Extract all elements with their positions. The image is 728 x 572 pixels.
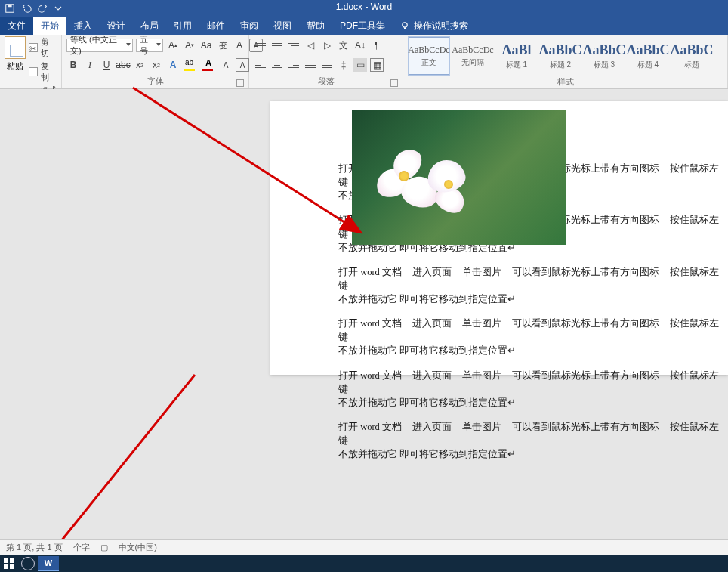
italic-button[interactable]: I [83, 58, 97, 72]
paragraph-launcher-icon[interactable] [390, 79, 398, 87]
svg-rect-9 [10, 564, 14, 569]
char-border-button[interactable]: A [236, 58, 249, 72]
cortana-button[interactable] [21, 557, 35, 570]
doc-paragraph[interactable]: 打开 word 文档进入页面单击图片可以看到鼠标光标上带有方向图标按住鼠标左键不… [338, 265, 720, 306]
style-标题 3[interactable]: AaBbC标题 3 [583, 36, 625, 76]
line-spacing-button[interactable]: ‡ [337, 58, 350, 72]
tab-pdfkit[interactable]: PDF工具集 [332, 17, 393, 35]
style-preview: AaBbCcDc [452, 45, 493, 56]
bulb-icon [400, 21, 409, 30]
doc-paragraph[interactable]: 打开 word 文档进入页面单击图片可以看到鼠标光标上带有方向图标按住鼠标左键不… [338, 369, 720, 410]
style-name: 标题 [684, 60, 699, 70]
style-正文[interactable]: AaBbCcDc正文 [408, 36, 450, 76]
superscript-button[interactable]: x2 [150, 58, 163, 72]
bullets-button[interactable] [254, 39, 267, 52]
tab-insert[interactable]: 插入 [66, 17, 100, 35]
numbering-button[interactable] [270, 39, 284, 52]
page: 打开 word 文档进入页面单击图片可以看到鼠标光标上带有方向图标按住鼠标左键不… [270, 101, 728, 375]
tab-layout[interactable]: 布局 [133, 17, 166, 35]
copy-button[interactable]: 复制 [29, 60, 57, 83]
font-size-value: 五号 [140, 34, 152, 57]
bold-button[interactable]: B [66, 58, 80, 72]
shading-button[interactable]: ▭ [353, 58, 367, 72]
tab-home[interactable]: 开始 [33, 17, 66, 35]
tab-references[interactable]: 引用 [166, 17, 199, 35]
text-effects-button[interactable]: A [166, 58, 180, 72]
language-status[interactable]: 中文(中国) [119, 542, 157, 553]
doc-paragraph[interactable]: 打开 word 文档进入页面单击图片可以看到鼠标光标上带有方向图标按住鼠标左键不… [338, 317, 720, 357]
align-center-button[interactable] [270, 58, 284, 72]
font-launcher-icon[interactable] [236, 79, 244, 87]
copy-icon [29, 67, 38, 76]
group-styles: AaBbCcDc正文AaBbCcDc无间隔AaBl标题 1AaBbC标题 2Aa… [403, 35, 728, 88]
font-color-button[interactable]: A [201, 58, 216, 72]
increase-indent-button[interactable]: ▷ [320, 39, 334, 52]
tab-mailings[interactable]: 邮件 [199, 17, 233, 35]
grow-font-button[interactable]: A▴ [166, 39, 180, 52]
highlight-button[interactable]: ab [183, 58, 198, 72]
align-left-button[interactable] [254, 58, 267, 72]
tab-view[interactable]: 视图 [266, 17, 299, 35]
page-count[interactable]: 第 1 页, 共 1 页 [6, 542, 63, 553]
show-marks-button[interactable]: ¶ [370, 39, 384, 52]
borders-button[interactable]: ▦ [370, 58, 384, 72]
word-count[interactable]: 个字 [73, 542, 90, 553]
qat-more-icon[interactable] [54, 3, 65, 14]
cut-label: 剪切 [41, 36, 57, 59]
strikethrough-button[interactable]: abc [116, 58, 130, 72]
style-name: 无间隔 [461, 57, 484, 68]
doc-paragraph[interactable]: 打开 word 文档进入页面单击图片可以看到鼠标光标上带有方向图标按住鼠标左键不… [338, 420, 720, 461]
redo-icon[interactable] [38, 3, 48, 14]
sort-button[interactable]: A↓ [353, 39, 367, 52]
tab-review[interactable]: 审阅 [233, 17, 266, 35]
shrink-font-button[interactable]: A▾ [183, 39, 196, 52]
font-size-combo[interactable]: 五号 [136, 39, 163, 52]
svg-point-2 [403, 23, 407, 27]
document-area[interactable]: 打开 word 文档进入页面单击图片可以看到鼠标光标上带有方向图标按住鼠标左键不… [0, 89, 728, 537]
align-right-button[interactable] [287, 58, 301, 72]
group-font: 等线 (中文正文) 五号 A▴ A▾ Aa 变 A A B I U abc x2… [62, 35, 249, 88]
style-preview: AaBbC [583, 42, 626, 58]
save-icon[interactable] [5, 3, 15, 14]
cut-button[interactable]: ✂剪切 [29, 36, 57, 59]
font-name-combo[interactable]: 等线 (中文正文) [66, 39, 133, 52]
start-button[interactable] [0, 555, 18, 572]
phonetic-guide-button[interactable]: 变 [216, 39, 230, 52]
asian-layout-button[interactable]: 文 [337, 39, 350, 52]
inline-image[interactable] [352, 110, 566, 245]
undo-icon[interactable] [21, 3, 32, 14]
chevron-down-icon [156, 43, 161, 46]
align-distribute-button[interactable] [320, 58, 334, 72]
style-标题 1[interactable]: AaBl标题 1 [495, 36, 538, 76]
title-bar: 1.docx - Word [0, 0, 728, 17]
style-标题 4[interactable]: AaBbC标题 4 [627, 36, 669, 76]
svg-rect-7 [10, 558, 14, 563]
decrease-indent-button[interactable]: ◁ [304, 39, 317, 52]
paste-icon [5, 36, 26, 59]
font-group-label: 字体 [147, 76, 164, 85]
tab-design[interactable]: 设计 [100, 17, 133, 35]
style-preview: AaBbCcDc [408, 45, 449, 56]
word-taskbar-button[interactable]: W [38, 556, 59, 571]
style-preview: AaBbC [627, 42, 670, 58]
quick-access-toolbar [0, 3, 65, 14]
multilevel-button[interactable] [287, 39, 301, 52]
style-无间隔[interactable]: AaBbCcDc无间隔 [452, 36, 494, 76]
underline-button[interactable]: U [100, 58, 113, 72]
char-shading-button[interactable]: A [219, 58, 233, 72]
style-标题 2[interactable]: AaBbC标题 2 [539, 36, 581, 76]
paste-button[interactable]: 粘贴 [5, 36, 26, 72]
tab-file[interactable]: 文件 [0, 17, 33, 35]
align-justify-button[interactable] [304, 58, 317, 72]
spellcheck-icon[interactable]: ▢ [100, 543, 108, 552]
style-name: 标题 1 [506, 60, 527, 70]
clear-formatting-button[interactable]: A [233, 39, 246, 52]
tab-help[interactable]: 帮助 [299, 17, 332, 35]
subscript-button[interactable]: x2 [133, 58, 147, 72]
tell-me-search[interactable]: 操作说明搜索 [393, 17, 476, 35]
change-case-button[interactable]: Aa [199, 39, 213, 52]
style-标题[interactable]: AaBbC标题 [671, 36, 713, 76]
copy-label: 复制 [41, 60, 57, 83]
taskbar: W [0, 555, 728, 572]
styles-group-label: 样式 [557, 77, 574, 86]
